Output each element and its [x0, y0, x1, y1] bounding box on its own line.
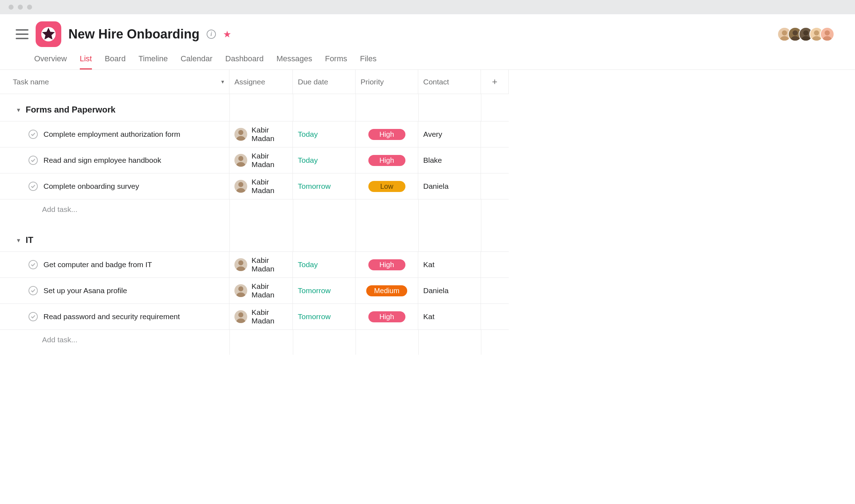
- assignee-avatar: [234, 154, 247, 167]
- contact-name: Kat: [423, 260, 435, 269]
- section-header[interactable]: ▾Forms and Paperwork: [0, 94, 229, 121]
- svg-point-7: [814, 30, 819, 35]
- blank: [418, 330, 481, 355]
- priority-cell[interactable]: Medium: [356, 278, 418, 304]
- blank: [418, 199, 481, 224]
- task-row[interactable]: Read password and security requirement: [0, 304, 229, 330]
- tab-timeline[interactable]: Timeline: [139, 54, 168, 69]
- due-date-cell[interactable]: Tomorrow: [293, 278, 356, 304]
- contact-cell[interactable]: Kat: [418, 252, 481, 278]
- section-blank: [229, 94, 293, 121]
- blank: [229, 330, 293, 355]
- complete-task-checkbox[interactable]: [28, 130, 38, 139]
- collaborator-avatars[interactable]: [781, 27, 845, 41]
- priority-cell[interactable]: High: [356, 121, 418, 147]
- column-header-label: Due date: [298, 78, 328, 86]
- assignee-cell[interactable]: Kabir Madan: [229, 147, 293, 173]
- contact-cell[interactable]: Kat: [418, 304, 481, 330]
- avatar[interactable]: [820, 27, 834, 41]
- row-end-cell: [481, 278, 509, 304]
- priority-pill: Low: [368, 181, 405, 192]
- assignee-avatar: [234, 258, 247, 271]
- complete-task-checkbox[interactable]: [28, 312, 38, 321]
- traffic-light-close[interactable]: [9, 5, 14, 10]
- menu-icon[interactable]: [16, 29, 28, 39]
- star-icon[interactable]: ★: [223, 29, 231, 40]
- column-header-due-date[interactable]: Due date: [293, 70, 356, 94]
- window-chrome: [0, 0, 855, 14]
- contact-name: Daniela: [423, 182, 449, 191]
- contact-cell[interactable]: Blake: [418, 147, 481, 173]
- svg-point-3: [793, 30, 798, 35]
- complete-task-checkbox[interactable]: [28, 286, 38, 295]
- priority-cell[interactable]: High: [356, 304, 418, 330]
- assignee-name: Kabir Madan: [252, 282, 287, 299]
- due-date-cell[interactable]: Tomorrow: [293, 304, 356, 330]
- plus-icon: +: [492, 76, 497, 87]
- task-row[interactable]: Get computer and badge from IT: [0, 252, 229, 278]
- add-column-button[interactable]: +: [481, 70, 509, 94]
- project-icon[interactable]: [36, 21, 61, 47]
- complete-task-checkbox[interactable]: [28, 156, 38, 165]
- tab-calendar[interactable]: Calendar: [181, 54, 212, 69]
- assignee-avatar: [234, 284, 247, 297]
- tab-list[interactable]: List: [80, 54, 92, 69]
- due-date-cell[interactable]: Today: [293, 147, 356, 173]
- due-date-cell[interactable]: Tomorrow: [293, 173, 356, 199]
- svg-point-14: [236, 162, 245, 167]
- priority-cell[interactable]: High: [356, 147, 418, 173]
- caret-down-icon[interactable]: ▾: [17, 237, 20, 244]
- traffic-light-minimize[interactable]: [18, 5, 23, 10]
- due-date-cell[interactable]: Today: [293, 121, 356, 147]
- task-row[interactable]: Set up your Asana profile: [0, 278, 229, 304]
- assignee-cell[interactable]: Kabir Madan: [229, 121, 293, 147]
- assignee-cell[interactable]: Kabir Madan: [229, 173, 293, 199]
- tab-board[interactable]: Board: [105, 54, 126, 69]
- project-title[interactable]: New Hire Onboarding: [68, 27, 200, 42]
- due-date: Tomorrow: [298, 312, 331, 321]
- task-row[interactable]: Complete onboarding survey: [0, 173, 229, 199]
- section-blank: [481, 224, 509, 252]
- task-row[interactable]: Complete employment authorization form: [0, 121, 229, 147]
- contact-name: Avery: [423, 130, 442, 139]
- blank: [293, 199, 356, 224]
- section-header[interactable]: ▾IT: [0, 224, 229, 252]
- due-date: Today: [298, 260, 318, 269]
- task-row[interactable]: Read and sign employee handbook: [0, 147, 229, 173]
- contact-cell[interactable]: Daniela: [418, 278, 481, 304]
- chevron-down-icon[interactable]: ▾: [221, 78, 224, 85]
- due-date-cell[interactable]: Today: [293, 252, 356, 278]
- complete-task-checkbox[interactable]: [28, 182, 38, 191]
- svg-point-5: [803, 30, 808, 35]
- traffic-light-zoom[interactable]: [27, 5, 32, 10]
- column-header-task-name[interactable]: Task name ▾: [0, 70, 229, 94]
- assignee-avatar: [234, 310, 247, 323]
- assignee-cell[interactable]: Kabir Madan: [229, 304, 293, 330]
- section-blank: [481, 94, 509, 121]
- assignee-cell[interactable]: Kabir Madan: [229, 278, 293, 304]
- complete-task-checkbox[interactable]: [28, 260, 38, 269]
- priority-cell[interactable]: Low: [356, 173, 418, 199]
- add-task-button[interactable]: Add task...: [0, 330, 229, 355]
- row-end-cell: [481, 252, 509, 278]
- add-task-button[interactable]: Add task...: [0, 199, 229, 224]
- priority-cell[interactable]: High: [356, 252, 418, 278]
- section-blank: [229, 224, 293, 252]
- column-header-assignee[interactable]: Assignee: [229, 70, 293, 94]
- caret-down-icon[interactable]: ▾: [17, 106, 20, 113]
- assignee-cell[interactable]: Kabir Madan: [229, 252, 293, 278]
- column-header-contact[interactable]: Contact: [418, 70, 481, 94]
- info-icon[interactable]: i: [207, 30, 216, 39]
- svg-point-1: [782, 30, 787, 35]
- tab-dashboard[interactable]: Dashboard: [225, 54, 264, 69]
- assignee-name: Kabir Madan: [252, 256, 287, 273]
- contact-cell[interactable]: Avery: [418, 121, 481, 147]
- blank: [481, 330, 509, 355]
- tab-messages[interactable]: Messages: [276, 54, 312, 69]
- blank: [229, 199, 293, 224]
- tab-forms[interactable]: Forms: [325, 54, 347, 69]
- column-header-priority[interactable]: Priority: [356, 70, 418, 94]
- tab-files[interactable]: Files: [360, 54, 377, 69]
- contact-cell[interactable]: Daniela: [418, 173, 481, 199]
- tab-overview[interactable]: Overview: [34, 54, 67, 69]
